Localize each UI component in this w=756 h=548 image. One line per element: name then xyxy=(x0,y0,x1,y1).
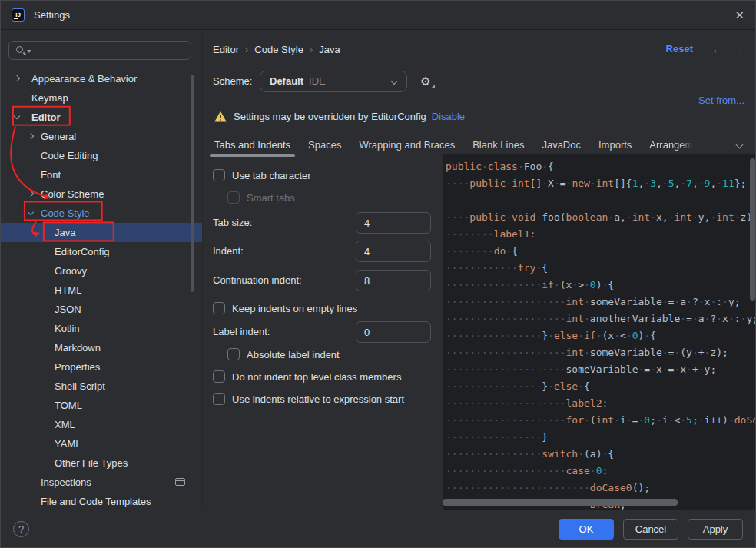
code-line: ················}·else·if·(x·<·0)·{ xyxy=(446,327,756,344)
sidebar-item-shell-script[interactable]: Shell Script xyxy=(1,377,202,396)
sidebar-item-color-scheme[interactable]: Color Scheme xyxy=(1,184,202,204)
breadcrumb-item-editor[interactable]: Editor xyxy=(213,44,239,55)
checkbox-use-indents-relative[interactable]: Use indents relative to expression start xyxy=(213,392,404,406)
sidebar-item-java[interactable]: Java xyxy=(1,223,202,242)
search-options-caret-icon[interactable] xyxy=(27,50,32,53)
code-line: ····················int·anotherVariable·… xyxy=(446,311,756,327)
sidebar-item-properties[interactable]: Properties xyxy=(1,357,202,377)
tab-blank-lines[interactable]: Blank Lines xyxy=(472,135,524,157)
code-line: ····public·int[]·X·=·new·int[]{1,·3,·5,·… xyxy=(446,175,756,192)
chevron-down-icon xyxy=(391,78,397,85)
code-line: ············try·{ xyxy=(446,260,756,277)
tab-wrapping-and-braces[interactable]: Wrapping and Braces xyxy=(359,135,455,157)
checkbox-icon[interactable] xyxy=(227,348,240,360)
search-input[interactable] xyxy=(35,42,186,59)
chevron-right-icon[interactable] xyxy=(28,133,34,139)
sidebar-item-kotlin[interactable]: Kotlin xyxy=(1,319,202,338)
search-box[interactable] xyxy=(8,41,191,60)
sidebar-item-label: Font xyxy=(41,169,61,181)
sidebar-item-general[interactable]: General xyxy=(1,127,202,146)
scheme-label: Scheme: xyxy=(213,71,252,92)
close-icon[interactable]: ✕ xyxy=(734,9,744,21)
sidebar-item-html[interactable]: HTML xyxy=(1,281,202,300)
sidebar-item-code-editing[interactable]: Code Editing xyxy=(1,146,202,165)
code-horizontal-scrollbar[interactable] xyxy=(443,499,678,506)
checkbox-icon[interactable] xyxy=(213,393,225,405)
code-lines: public·class·Foo·{····public·int[]·X·=·n… xyxy=(443,154,756,511)
sidebar: Appearance & BehaviorKeymapEditorGeneral… xyxy=(1,31,203,510)
breadcrumb: Editor › Code Style › Java xyxy=(213,44,340,55)
sidebar-item-label: TOML xyxy=(55,400,82,411)
checkbox-icon[interactable] xyxy=(213,169,225,181)
code-line: ····················for·(int·i·=·0;·i·<·… xyxy=(446,412,756,429)
code-vertical-scrollbar[interactable] xyxy=(750,158,755,301)
tab-bar: Tabs and IndentsSpacesWrapping and Brace… xyxy=(204,135,755,157)
sidebar-item-yaml[interactable]: YAML xyxy=(1,434,202,453)
tab-arrangem[interactable]: Arrangem xyxy=(649,135,693,157)
checkbox-do-not-indent-top-level[interactable]: Do not indent top level class members xyxy=(213,370,401,384)
sidebar-item-label: Properties xyxy=(55,361,100,373)
chevron-right-icon[interactable] xyxy=(28,191,34,197)
indent-input[interactable] xyxy=(356,241,431,262)
more-tabs-chevron-icon[interactable] xyxy=(736,141,744,149)
set-from-link[interactable]: Set from... xyxy=(698,95,744,106)
tab-tabs-and-indents[interactable]: Tabs and Indents xyxy=(214,135,290,157)
tree-scrollbar[interactable] xyxy=(191,75,194,292)
code-line: ················}·else·{ xyxy=(446,378,756,395)
sidebar-item-toml[interactable]: TOML xyxy=(1,396,202,415)
sidebar-item-other-file-types[interactable]: Other File Types xyxy=(1,453,202,473)
sidebar-item-inspections[interactable]: Inspections xyxy=(1,473,202,492)
checkbox-use-tab-character[interactable]: Use tab character xyxy=(213,168,311,182)
tab-imports[interactable]: Imports xyxy=(598,135,632,157)
sidebar-item-editor[interactable]: Editor xyxy=(1,108,202,127)
sidebar-item-label: Code Style xyxy=(41,208,90,219)
help-button[interactable]: ? xyxy=(13,521,29,537)
sidebar-item-label: Keymap xyxy=(32,92,68,104)
back-arrow-icon[interactable]: ← xyxy=(711,42,723,55)
sidebar-item-code-style[interactable]: Code Style xyxy=(1,204,202,223)
scheme-gear-button[interactable]: ⚙ xyxy=(416,71,435,92)
checkbox-label: Absolute label indent xyxy=(247,349,340,360)
sidebar-item-label: Markdown xyxy=(55,342,101,354)
checkbox-keep-indents-on-empty-lines[interactable]: Keep indents on empty lines xyxy=(213,301,357,315)
tab-spaces[interactable]: Spaces xyxy=(308,135,341,157)
ok-button[interactable]: OK xyxy=(559,519,614,540)
code-line xyxy=(446,192,756,209)
sidebar-item-groovy[interactable]: Groovy xyxy=(1,261,202,281)
continuation-indent-input[interactable] xyxy=(356,270,431,291)
sidebar-item-xml[interactable]: XML xyxy=(1,415,202,434)
checkbox-absolute-label-indent[interactable]: Absolute label indent xyxy=(227,347,340,361)
titlebar: IJ Settings ✕ xyxy=(1,1,755,30)
disable-link[interactable]: Disable xyxy=(432,111,465,122)
code-line: ····················case·0: xyxy=(446,463,756,480)
label-indent-input[interactable] xyxy=(356,321,431,343)
sidebar-item-label: General xyxy=(41,131,76,142)
sidebar-item-file-and-code-templates[interactable]: File and Code Templates xyxy=(1,492,202,511)
chevron-right-icon[interactable] xyxy=(14,75,20,81)
chevron-down-icon[interactable] xyxy=(28,209,34,215)
sidebar-item-label: Kotlin xyxy=(55,323,80,334)
sidebar-item-font[interactable]: Font xyxy=(1,165,202,184)
tab-size-input[interactable] xyxy=(356,212,431,234)
scheme-select[interactable]: DefaultIDE xyxy=(260,71,407,92)
sidebar-item-appearance-behavior[interactable]: Appearance & Behavior xyxy=(1,69,202,88)
sidebar-item-json[interactable]: JSON xyxy=(1,300,202,319)
settings-tree: Appearance & BehaviorKeymapEditorGeneral… xyxy=(1,69,202,511)
scheme-value-hint: IDE xyxy=(309,75,326,87)
sidebar-item-editorconfig[interactable]: EditorConfig xyxy=(1,242,202,261)
search-icon xyxy=(16,46,23,53)
sidebar-item-keymap[interactable]: Keymap xyxy=(1,88,202,108)
code-line: public·class·Foo·{ xyxy=(446,158,756,175)
checkbox-icon[interactable] xyxy=(213,370,225,383)
code-line: ········do·{ xyxy=(446,243,756,260)
cancel-button[interactable]: Cancel xyxy=(623,519,678,540)
reset-button[interactable]: Reset xyxy=(666,43,693,55)
sidebar-item-label: Shell Script xyxy=(55,380,105,392)
apply-button[interactable]: Apply xyxy=(688,519,743,540)
code-line: ····················someVariable·=·x·=·x… xyxy=(446,361,756,378)
tab-javadoc[interactable]: JavaDoc xyxy=(542,135,581,157)
chevron-down-icon[interactable] xyxy=(14,113,20,119)
checkbox-icon[interactable] xyxy=(213,302,225,314)
breadcrumb-item-code-style[interactable]: Code Style xyxy=(254,44,303,55)
sidebar-item-markdown[interactable]: Markdown xyxy=(1,338,202,357)
